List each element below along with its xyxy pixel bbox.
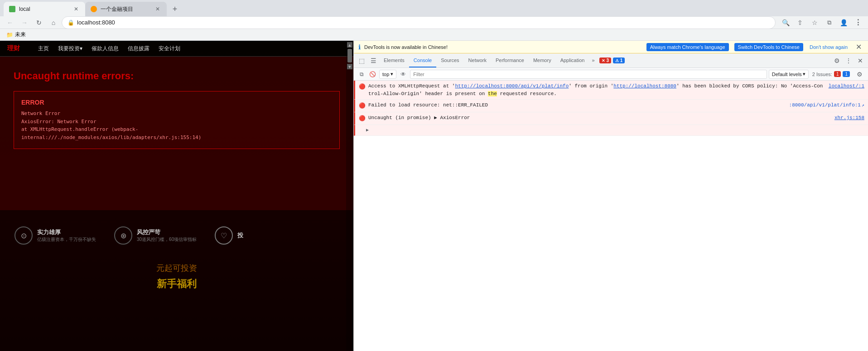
tab-bar: local ✕ 一个金融项目 ✕ + <box>0 0 868 16</box>
failed-source-link[interactable]: :8000/api/v1/plat/info:1 ↗ <box>789 101 864 109</box>
info-icon: ℹ <box>358 43 361 51</box>
nav-creditor[interactable]: 催款人信息 <box>92 45 119 53</box>
feature-risk-text: 风控严苛 30道风控门槛，60项信审指标 <box>137 228 197 243</box>
cors-url-link[interactable]: http://localhost:8000/api/v1/plat/info <box>455 83 569 89</box>
new-tab-button[interactable]: + <box>169 3 181 15</box>
devtools-panel: ℹ DevTools is now available in Chinese! … <box>353 41 868 351</box>
devtools-badges: ✕ 3 ⚠ 1 <box>599 58 625 63</box>
tab-more[interactable]: » <box>589 53 597 67</box>
nav-home[interactable]: 主页 <box>38 45 49 53</box>
tab-local[interactable]: local ✕ <box>4 2 85 16</box>
cors-source-link[interactable]: localhost/:1 <box>829 82 864 90</box>
devtools-device-button[interactable]: ☰ <box>367 55 379 67</box>
devtools-settings-button[interactable]: ⚙ <box>831 55 843 67</box>
tab-close-project[interactable]: ✕ <box>154 5 161 13</box>
context-text: top <box>382 72 389 77</box>
tab-close-local[interactable]: ✕ <box>72 5 80 13</box>
error-badge: ✕ 3 <box>599 58 611 63</box>
scrollbar: ▲ ▼ <box>346 41 353 351</box>
console-entry-failed: 🔴 Failed to load resource: net::ERR_FAIL… <box>354 100 868 112</box>
lens-button[interactable]: 🔍 <box>779 16 792 29</box>
bookmark-bar: ← → ↻ ⌂ 🔒 localhost:8080 🔍 ⇧ ☆ ⧉ 👤 ⋮ <box>0 16 868 29</box>
home-button[interactable]: ⌂ <box>47 16 60 29</box>
filter-input[interactable] <box>410 70 767 79</box>
console-settings-button[interactable]: ⚙ <box>854 68 865 80</box>
devtools-more-button[interactable]: ⋮ <box>843 55 854 67</box>
tab-project[interactable]: 一个金融项目 ✕ <box>85 2 167 16</box>
ext-link-icon: ↗ <box>862 102 864 109</box>
feature-heart: ♡ 投 <box>215 226 243 245</box>
levels-chevron: ▾ <box>803 71 805 77</box>
tab-title-local: local <box>19 6 69 12</box>
tab-performance[interactable]: Performance <box>491 53 529 67</box>
reload-button[interactable]: ↻ <box>33 16 45 29</box>
site-nav: 理财 主页 我要投资▾ 催款人信息 信息披露 安全计划 <box>7 44 346 53</box>
split-view-button[interactable]: ⧉ <box>823 16 835 29</box>
investment-amount: 元起可投资 <box>16 263 337 274</box>
profile-button[interactable]: 👤 <box>837 16 850 29</box>
switch-devtools-button[interactable]: Switch DevTools to Chinese <box>734 43 803 51</box>
console-clear-button[interactable]: 🚫 <box>367 69 377 79</box>
scroll-thumb[interactable] <box>347 49 352 63</box>
context-selector[interactable]: top ▾ <box>379 70 396 79</box>
menu-button[interactable]: ⋮ <box>852 16 864 29</box>
site-header: 理财 主页 我要投资▾ 催款人信息 信息披露 安全计划 <box>0 41 353 57</box>
devtools-toolbar: ⬚ ☰ Elements Console Sources Network Per… <box>354 53 868 68</box>
feature-heart-text: 投 <box>237 231 243 240</box>
info-close-button[interactable]: ✕ <box>854 43 863 51</box>
share-button[interactable]: ⇧ <box>794 16 806 29</box>
lock-icon: 🔒 <box>68 19 74 26</box>
error-icon-failed: 🔴 <box>359 102 366 110</box>
devtools-tabs: Elements Console Sources Network Perform… <box>379 53 598 67</box>
console-entry-cors: 🔴 Access to XMLHttpRequest at 'http://lo… <box>354 81 868 100</box>
expand-arrow[interactable]: ▶ <box>366 127 369 134</box>
console-text-cors: Access to XMLHttpRequest at 'http://loca… <box>368 82 826 97</box>
tab-memory[interactable]: Memory <box>529 53 556 67</box>
console-text-axios: Uncaught (in promise) ▶ AxiosError <box>368 114 832 122</box>
browser-frame: local ✕ 一个金融项目 ✕ + ← → ↻ ⌂ 🔒 localhost:8… <box>0 0 868 351</box>
context-chevron: ▾ <box>391 71 393 77</box>
feature-risk: ⊛ 风控严苛 30道风控门槛，60项信审指标 <box>114 226 197 245</box>
devtools-inspect-button[interactable]: ⬚ <box>356 55 367 67</box>
nav-disclosure[interactable]: 信息披露 <box>128 45 149 53</box>
tab-sources[interactable]: Sources <box>436 53 463 67</box>
axios-source-link[interactable]: xhr.js:158 <box>834 114 864 122</box>
error-label: ERROR <box>21 99 332 106</box>
back-button[interactable]: ← <box>4 16 16 29</box>
cors-origin-link[interactable]: http://localhost:8080 <box>613 83 676 89</box>
bookmark-future[interactable]: 📁 未来 <box>4 30 29 39</box>
dont-show-button[interactable]: Don't show again <box>807 43 850 51</box>
issues-error-count: 1 <box>834 71 841 77</box>
devtools-info-bar: ℹ DevTools is now available in Chinese! … <box>354 41 868 53</box>
eye-button[interactable]: 👁 <box>398 69 408 79</box>
tab-network[interactable]: Network <box>464 53 491 67</box>
warning-badge: ⚠ 1 <box>613 58 625 63</box>
feature-strength: ⊙ 实力雄厚 亿级注册资本，千万份不缺失 <box>14 226 96 245</box>
console-sidebar-button[interactable]: ⧉ <box>357 69 366 79</box>
feature-heart-icon: ♡ <box>215 226 233 245</box>
console-toolbar: ⧉ 🚫 top ▾ 👁 Default levels ▾ 2 Issues: 1… <box>354 68 868 81</box>
features-area: ⊙ 实力雄厚 亿级注册资本，千万份不缺失 ⊛ 风控严苛 30道风控门槛，60项信… <box>0 210 353 351</box>
error-icon-axios: 🔴 <box>359 115 366 123</box>
tab-console[interactable]: Console <box>409 53 436 67</box>
site-overlay: 理财 主页 我要投资▾ 催款人信息 信息披露 安全计划 Uncaught run… <box>0 41 353 351</box>
address-bar[interactable]: 🔒 localhost:8080 <box>62 16 776 29</box>
feature-strength-text: 实力雄厚 亿级注册资本，千万份不缺失 <box>37 228 96 243</box>
bookmark-star-button[interactable]: ☆ <box>808 16 821 29</box>
scroll-down-button[interactable]: ▼ <box>347 64 352 69</box>
issues-info-count: 1 <box>843 71 850 77</box>
console-entry-expand[interactable]: ▶ <box>354 125 868 136</box>
match-language-button[interactable]: Always match Chrome's language <box>646 43 729 51</box>
nav-invest[interactable]: 我要投资▾ <box>58 45 82 53</box>
browser-body: 理财 主页 我要投资▾ 催款人信息 信息披露 安全计划 Uncaught run… <box>0 41 868 351</box>
forward-button[interactable]: → <box>18 16 31 29</box>
tab-application[interactable]: Application <box>556 53 589 67</box>
scroll-up-button[interactable]: ▲ <box>347 42 352 48</box>
tab-elements[interactable]: Elements <box>379 53 409 67</box>
nav-security[interactable]: 安全计划 <box>159 45 180 53</box>
console-text-failed: Failed to load resource: net::ERR_FAILED <box>368 101 786 109</box>
site-promo: 元起可投资 新手福利 <box>7 254 346 300</box>
tab-title-project: 一个金融项目 <box>101 5 150 13</box>
devtools-close-button[interactable]: ✕ <box>854 55 866 67</box>
default-levels-dropdown[interactable]: Default levels ▾ <box>769 70 809 79</box>
